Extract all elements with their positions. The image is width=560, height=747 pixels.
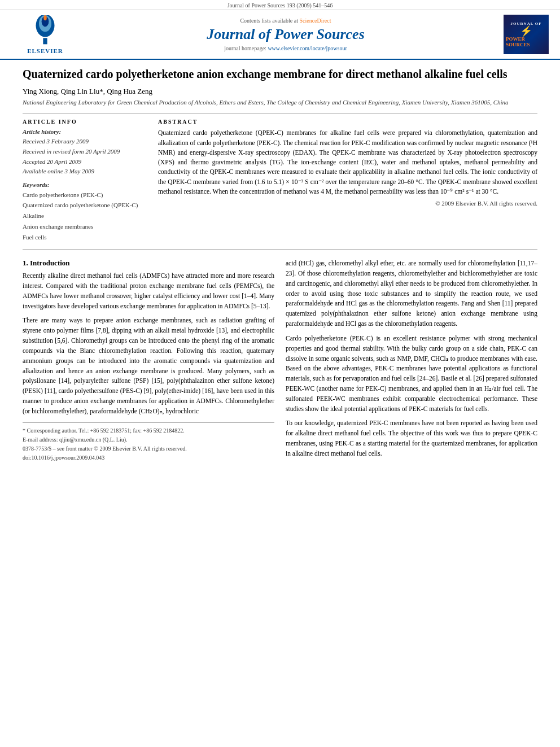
journal-title: Journal of Power Sources	[79, 26, 492, 43]
article-history-content: Received 3 February 2009 Received in rev…	[23, 137, 147, 176]
article-title: Quaternized cardo polyetherketone anion …	[23, 67, 537, 81]
keyword-4: Anion exchange membranes	[23, 221, 147, 232]
divider-1	[23, 113, 537, 114]
svg-rect-0	[43, 38, 47, 44]
footer-corresponding: * Corresponding author. Tel.: +86 592 21…	[23, 426, 274, 435]
copyright-line: © 2009 Elsevier B.V. All rights reserved…	[158, 200, 537, 207]
logo-sources-text: POWER SOURCES	[506, 36, 546, 47]
article-info-label: ARTICLE INFO	[23, 119, 147, 125]
elsevier-wordmark: ELSEVIER	[27, 47, 63, 54]
footer-doi: doi:10.1016/j.jpowsour.2009.04.043	[23, 453, 274, 462]
homepage-url[interactable]: www.elsevier.com/locate/jpowsour	[268, 45, 347, 51]
article-info-abstract-section: ARTICLE INFO Article history: Received 3…	[23, 119, 537, 242]
body-col2-p2: Cardo polyetherketone (PEK-C) is an exce…	[286, 334, 537, 414]
body-col2-p3: To our knowledge, quaternized PEK-C memb…	[286, 418, 537, 458]
abstract-text: Quaternized cardo polyetherketone (QPEK-…	[158, 128, 537, 196]
history-revised: Received in revised form 20 April 2009	[23, 147, 147, 157]
footer-email: E-mail address: qljiu@xmu.edu.cn (Q.L. L…	[23, 435, 274, 444]
article-authors: Ying Xiong, Qing Lin Liu*, Qing Hua Zeng	[23, 87, 537, 96]
keywords-label: Keywords:	[23, 181, 147, 188]
article-history-label: Article history:	[23, 128, 147, 135]
history-accepted: Accepted 20 April 2009	[23, 157, 147, 167]
journal-logo-box: JOURNAL OF ⚡ POWER SOURCES	[504, 15, 549, 54]
abstract-label: ABSTRACT	[158, 119, 537, 125]
body-p2: There are many ways to prepare anion exc…	[23, 316, 274, 416]
sciencedirect-link[interactable]: ScienceDirect	[299, 18, 331, 24]
footer-issn: 0378-7753/$ – see front matter © 2009 El…	[23, 444, 274, 453]
elsevier-tree-icon	[28, 15, 62, 46]
divider-2	[23, 249, 537, 250]
body-content: 1. Introduction Recently alkaline direct…	[23, 259, 537, 463]
intro-heading: 1. Introduction	[23, 259, 274, 268]
keyword-1: Cardo polyetherketone (PEK-C)	[23, 190, 147, 200]
logo-lightning-icon: ⚡	[520, 26, 532, 36]
body-col-right: acid (HCl) gas, chloromethyl alkyl ether…	[286, 259, 537, 463]
article-info-column: ARTICLE INFO Article history: Received 3…	[23, 119, 147, 242]
body-p1: Recently alkaline direct methanol fuel c…	[23, 271, 274, 311]
journal-homepage-line: journal homepage: www.elsevier.com/locat…	[79, 45, 492, 51]
elsevier-logo-container: ELSEVIER	[11, 15, 79, 54]
abstract-column: ABSTRACT Quaternized cardo polyetherketo…	[158, 119, 537, 242]
power-sources-logo-container: JOURNAL OF ⚡ POWER SOURCES	[492, 15, 549, 54]
journal-header: ELSEVIER Contents lists available at Sci…	[0, 10, 560, 60]
keyword-5: Fuel cells	[23, 232, 147, 243]
elsevier-logo: ELSEVIER	[11, 15, 79, 54]
contents-available-line: Contents lists available at ScienceDirec…	[79, 18, 492, 24]
article-affiliation: National Engineering Laboratory for Gree…	[23, 98, 537, 107]
keywords-list: Cardo polyetherketone (PEK-C) Quaternize…	[23, 190, 147, 242]
homepage-label: journal homepage:	[224, 45, 266, 51]
article-main: Quaternized cardo polyetherketone anion …	[0, 60, 560, 475]
svg-point-4	[43, 15, 47, 20]
keyword-3: Alkaline	[23, 211, 147, 221]
journal-header-center: Contents lists available at ScienceDirec…	[79, 18, 492, 51]
journal-ref-bar: Journal of Power Sources 193 (2009) 541–…	[0, 0, 560, 10]
history-online: Available online 3 May 2009	[23, 167, 147, 177]
footer-notes: * Corresponding author. Tel.: +86 592 21…	[23, 422, 274, 462]
body-col2-p1: acid (HCl) gas, chloromethyl alkyl ether…	[286, 259, 537, 329]
body-col-left: 1. Introduction Recently alkaline direct…	[23, 259, 274, 463]
history-received: Received 3 February 2009	[23, 137, 147, 147]
keyword-2: Quaternized cardo polyetherketone (QPEK-…	[23, 200, 147, 211]
contents-text: Contents lists available at	[240, 18, 298, 24]
